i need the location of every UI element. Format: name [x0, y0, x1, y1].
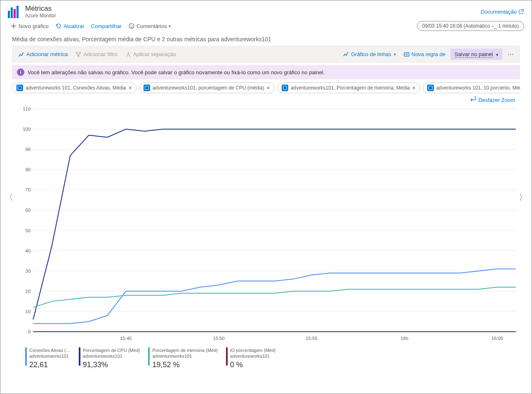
legend-metric-name: Porcentagem de memória (Méd) — [152, 347, 217, 353]
pill-label: adventureworks101, porcentagem de CPU (m… — [153, 85, 264, 91]
chart-subtitle: Média de conexões ativas, Porcentagem mé… — [0, 33, 532, 46]
chart-type-dropdown[interactable]: Gráfico de linhas — [340, 50, 398, 59]
metric-pill[interactable]: adventureworks 101, 10 porcento, Média× — [423, 83, 520, 93]
database-icon — [282, 85, 288, 91]
database-icon — [144, 85, 150, 91]
undo-zoom-link[interactable]: Desfazer Zoom — [478, 97, 515, 103]
svg-text:80: 80 — [26, 167, 31, 172]
metric-icon — [18, 51, 25, 58]
svg-text:15:50: 15:50 — [213, 336, 224, 341]
info-icon: i — [17, 68, 24, 76]
unsaved-changes-notice: i Você tem alterações não salvas no gráf… — [12, 65, 520, 79]
svg-text:60: 60 — [26, 208, 31, 213]
legend-resource: adventureworks101 — [230, 353, 276, 359]
svg-text:20: 20 — [26, 289, 31, 294]
external-link-icon — [518, 9, 524, 14]
svg-text:15:55: 15:55 — [306, 336, 317, 341]
legend-color-bar — [79, 347, 80, 366]
svg-text:110: 110 — [23, 106, 31, 111]
pill-label: adventureworks 101, Conexões Ativas, Méd… — [26, 85, 126, 91]
pill-label: adventureworks101, Porcentagem de memóri… — [291, 85, 410, 91]
database-icon — [16, 85, 23, 91]
metrics-logo-icon — [8, 5, 21, 18]
legend-item[interactable]: Porcentagem de CPU (Méd)adventureworks10… — [79, 347, 140, 370]
smiley-icon — [128, 23, 135, 29]
undo-icon — [470, 97, 477, 103]
svg-text:50: 50 — [26, 228, 31, 233]
plus-icon — [10, 23, 17, 29]
svg-text:100: 100 — [23, 127, 31, 132]
svg-text:70: 70 — [26, 187, 31, 192]
metrics-line-chart[interactable]: 010203040506070809010011015:4515:5015:55… — [12, 105, 520, 344]
legend-resource: adventureworks101 — [83, 353, 140, 359]
add-metric-button[interactable]: Adicionar métrica — [16, 50, 70, 59]
legend-value: 22,61 — [29, 360, 71, 370]
add-filter-button[interactable]: Adicionar filtro — [73, 50, 120, 59]
svg-text:90: 90 — [26, 147, 31, 152]
legend-value: 91,33% — [83, 360, 140, 370]
svg-text:16h: 16h — [400, 336, 408, 341]
page-title: Métricas — [25, 5, 481, 13]
legend-resource: adventureworks101 — [29, 353, 71, 359]
apply-split-button[interactable]: Aplicar separação — [122, 50, 179, 59]
svg-point-1 — [130, 25, 131, 26]
more-options-button[interactable]: ⋯ — [505, 49, 516, 60]
legend-item[interactable]: Conexões Ativas (…adventureworks10122,61 — [25, 347, 71, 370]
remove-pill-icon[interactable]: × — [412, 85, 415, 91]
split-icon — [125, 51, 132, 58]
svg-point-2 — [132, 25, 133, 26]
documentation-link[interactable]: Documentação — [481, 9, 524, 15]
legend-resource: adventureworks101 — [152, 353, 217, 359]
save-to-dashboard-button[interactable]: Salvar no painel — [450, 49, 502, 60]
legend-item[interactable]: IO porcentagem (Méd)adventureworks1010 % — [226, 347, 276, 370]
legend-color-bar — [148, 347, 150, 366]
new-chart-button[interactable]: Novo gráfico — [8, 21, 51, 31]
notice-text: Você tem alterações não salvas no gráfic… — [28, 69, 325, 75]
svg-text:10: 10 — [26, 309, 31, 314]
refresh-icon — [55, 23, 62, 29]
metric-pill[interactable]: adventureworks 101, Conexões Ativas, Méd… — [12, 83, 137, 93]
feedback-button[interactable]: Comentários ▾ — [126, 21, 173, 31]
legend-color-bar — [25, 347, 27, 366]
svg-text:40: 40 — [26, 248, 31, 253]
line-chart-icon — [343, 51, 349, 58]
filter-icon — [75, 51, 82, 58]
page-subtitle: Azure Monitor — [25, 13, 481, 19]
share-button[interactable]: Compartilhar — [89, 21, 124, 31]
legend-value: 0 % — [230, 360, 276, 370]
new-alert-rule-button[interactable]: Nova regra de — [401, 50, 448, 59]
legend-value: 19,52 % — [152, 360, 217, 370]
legend-metric-name: Porcentagem de CPU (Méd) — [83, 347, 140, 353]
remove-pill-icon[interactable]: × — [128, 85, 132, 91]
alert-icon — [403, 51, 410, 58]
refresh-button[interactable]: Atualizar — [53, 21, 87, 31]
svg-text:0: 0 — [28, 329, 31, 334]
legend-item[interactable]: Porcentagem de memória (Méd)adventurewor… — [148, 347, 217, 370]
time-range-picker[interactable]: 09/03 15:40 16:06 (Automático –_ 1 minut… — [417, 21, 524, 31]
svg-text:30: 30 — [26, 269, 31, 274]
remove-pill-icon[interactable]: × — [266, 85, 270, 91]
svg-text:15:45: 15:45 — [120, 336, 132, 341]
svg-text:16:05: 16:05 — [492, 336, 503, 341]
legend-metric-name: Conexões Ativas (… — [29, 347, 71, 353]
legend-metric-name: IO porcentagem (Méd) — [230, 347, 276, 353]
metric-pill[interactable]: adventureworks101, porcentagem de CPU (m… — [139, 83, 275, 93]
metric-pill[interactable]: adventureworks101, Porcentagem de memóri… — [277, 83, 420, 93]
database-icon — [427, 85, 434, 91]
legend-color-bar — [226, 347, 228, 366]
pill-label: adventureworks 101, 10 porcento, Média — [436, 85, 520, 91]
svg-point-0 — [129, 24, 134, 28]
